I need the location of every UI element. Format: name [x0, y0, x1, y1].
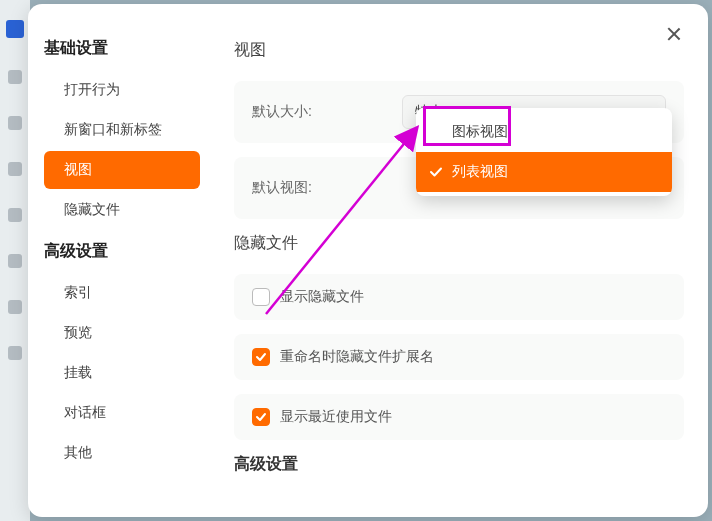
sidebar-item-open-behavior[interactable]: 打开行为 [44, 71, 200, 109]
dropdown-option-label: 列表视图 [452, 163, 508, 181]
label-show-recent: 显示最近使用文件 [280, 408, 392, 426]
sidebar-item-mount[interactable]: 挂载 [44, 354, 200, 392]
sidebar-group-basic: 基础设置 [38, 28, 206, 69]
label-show-hidden: 显示隐藏文件 [280, 288, 364, 306]
row-show-recent[interactable]: 显示最近使用文件 [234, 394, 684, 440]
close-button[interactable] [664, 24, 684, 44]
app-icon [6, 20, 24, 38]
bg-dot [8, 116, 22, 130]
dropdown-option-label: 图标视图 [452, 123, 508, 141]
label-default-size: 默认大小: [252, 103, 402, 121]
section-advanced-title: 高级设置 [234, 454, 684, 475]
settings-modal: 基础设置 打开行为 新窗口和新标签 视图 隐藏文件 高级设置 索引 预览 挂载 … [28, 4, 708, 517]
sidebar-item-index[interactable]: 索引 [44, 274, 200, 312]
settings-main: 视图 默认大小: 特大 默认视图: 隐藏文件 [206, 4, 708, 517]
sidebar-item-other[interactable]: 其他 [44, 434, 200, 472]
sidebar-item-hidden-files[interactable]: 隐藏文件 [44, 191, 200, 229]
sidebar-item-preview[interactable]: 预览 [44, 314, 200, 352]
settings-sidebar: 基础设置 打开行为 新窗口和新标签 视图 隐藏文件 高级设置 索引 预览 挂载 … [28, 4, 206, 517]
bg-dot [8, 300, 22, 314]
checkbox-show-recent[interactable] [252, 408, 270, 426]
section-hidden-title: 隐藏文件 [234, 233, 684, 254]
check-icon [428, 164, 444, 180]
label-hide-ext-on-rename: 重命名时隐藏文件扩展名 [280, 348, 434, 366]
bg-dot [8, 208, 22, 222]
bg-dot [8, 70, 22, 84]
dropdown-default-view: 图标视图 列表视图 [416, 108, 672, 196]
row-show-hidden[interactable]: 显示隐藏文件 [234, 274, 684, 320]
sidebar-group-advanced: 高级设置 [38, 231, 206, 272]
section-view-title: 视图 [234, 40, 684, 61]
sidebar-item-new-window-tab[interactable]: 新窗口和新标签 [44, 111, 200, 149]
label-default-view: 默认视图: [252, 179, 402, 197]
sidebar-item-view[interactable]: 视图 [44, 151, 200, 189]
dropdown-option-icon-view[interactable]: 图标视图 [416, 112, 672, 152]
bg-dot [8, 254, 22, 268]
sidebar-item-dialog[interactable]: 对话框 [44, 394, 200, 432]
dropdown-option-list-view[interactable]: 列表视图 [416, 152, 672, 192]
checkbox-hide-ext-on-rename[interactable] [252, 348, 270, 366]
background-sidebar [0, 0, 30, 521]
bg-dot [8, 162, 22, 176]
row-hide-ext-on-rename[interactable]: 重命名时隐藏文件扩展名 [234, 334, 684, 380]
checkbox-show-hidden[interactable] [252, 288, 270, 306]
bg-dot [8, 346, 22, 360]
